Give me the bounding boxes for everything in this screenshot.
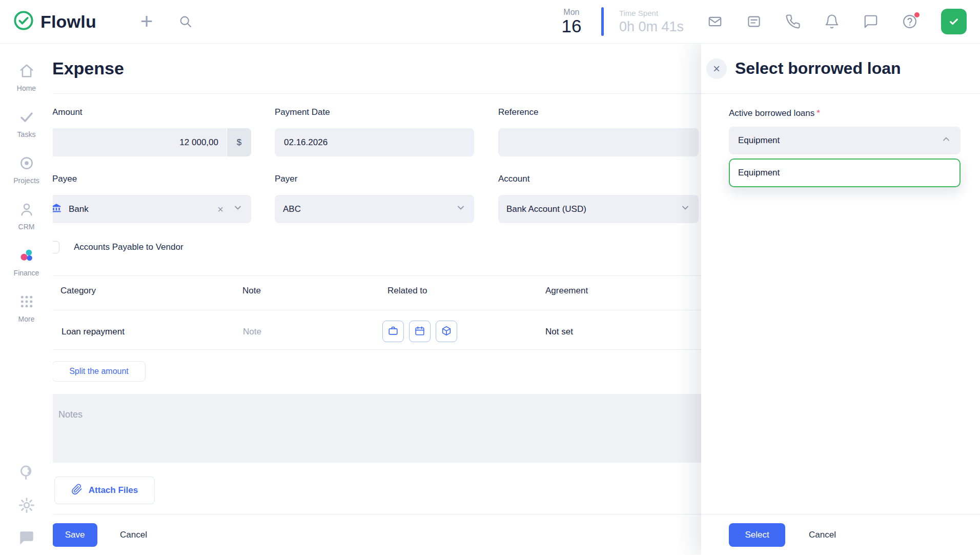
payer-label: Payer — [275, 174, 297, 184]
category-cell[interactable]: Loan repayment — [62, 327, 125, 337]
chat-icon[interactable] — [863, 14, 879, 29]
phone-icon[interactable] — [785, 14, 801, 29]
cancel-button[interactable]: Cancel — [120, 530, 147, 540]
table-row-divider — [40, 349, 711, 350]
tasks-icon — [19, 109, 34, 127]
active-borrowed-loans-label: Active borrowed loans — [729, 108, 814, 118]
calendar-date-widget[interactable]: Mon 16 — [557, 7, 586, 36]
attach-files-label: Attach Files — [89, 485, 138, 495]
amount-field: $ — [40, 128, 251, 156]
panel-title: Select borrowed loan — [735, 59, 901, 78]
mail-icon[interactable] — [707, 14, 723, 29]
panel-footer: Select Cancel — [701, 514, 980, 555]
reference-input[interactable] — [498, 128, 699, 156]
sidebar-item-finance[interactable]: Finance — [0, 248, 53, 294]
select-button[interactable]: Select — [729, 523, 785, 547]
knowledge-app-icon[interactable] — [18, 464, 35, 481]
dropdown-option-equipment[interactable]: Equipment — [729, 158, 961, 187]
payer-value: ABC — [283, 204, 301, 214]
related-event-button[interactable] — [409, 321, 431, 342]
related-project-button[interactable] — [382, 321, 404, 342]
home-icon — [19, 63, 34, 81]
payee-value: Bank — [69, 204, 89, 214]
sidebar: Home Tasks Projects CRM Finance More — [0, 44, 53, 555]
notes-textarea[interactable] — [40, 394, 711, 463]
column-header-agreement: Agreement — [545, 286, 588, 296]
attach-files-button[interactable]: Attach Files — [54, 477, 155, 504]
split-amount-button[interactable]: Split the amount — [52, 361, 146, 382]
column-header-category: Category — [60, 286, 96, 296]
page-title: Expense — [52, 58, 124, 78]
account-value: Bank Account (USD) — [506, 204, 586, 214]
brand-name: Flowlu — [40, 12, 96, 32]
select-borrowed-loan-panel: × Select borrowed loan Active borrowed l… — [701, 44, 980, 555]
topbar: Flowlu + Mon 16 Time Spent 0h 0m 41s — [0, 0, 980, 44]
notes-icon[interactable] — [746, 14, 762, 29]
reference-label: Reference — [498, 107, 538, 117]
sidebar-item-home[interactable]: Home — [0, 63, 53, 109]
expense-modal: Expense Amount Payment Date Reference $ … — [40, 44, 711, 555]
close-icon[interactable]: × — [706, 58, 727, 79]
column-header-related-to: Related to — [387, 286, 427, 296]
sidebar-item-label: Tasks — [17, 130, 36, 138]
chevron-down-icon — [680, 203, 690, 215]
accounts-payable-label: Accounts Payable to Vendor — [74, 242, 183, 252]
create-new-button[interactable]: + — [140, 11, 153, 32]
agreement-cell[interactable]: Not set — [545, 327, 573, 337]
settings-gear-icon[interactable] — [18, 497, 35, 514]
account-select[interactable]: Bank Account (USD) — [498, 195, 699, 223]
finance-icon — [19, 248, 34, 265]
payment-date-input[interactable] — [275, 128, 474, 156]
sidebar-item-more[interactable]: More — [0, 294, 53, 340]
flowlu-logo-icon — [13, 10, 34, 33]
flowlu-logo[interactable]: Flowlu — [13, 10, 96, 33]
sidebar-item-label: More — [18, 315, 35, 323]
expense-footer: Save Cancel — [40, 514, 711, 555]
more-grid-icon — [19, 294, 34, 311]
avatar[interactable] — [941, 9, 967, 34]
sidebar-item-projects[interactable]: Projects — [0, 155, 53, 202]
payee-select[interactable]: Bank × — [40, 195, 251, 223]
bell-icon[interactable] — [824, 14, 840, 29]
notes-field — [40, 394, 711, 463]
sidebar-item-label: Finance — [14, 269, 39, 277]
note-input[interactable] — [237, 321, 350, 343]
time-spent-value: 0h 0m 41s — [619, 18, 684, 35]
chat-app-icon[interactable] — [18, 529, 35, 547]
borrowed-loan-select[interactable]: Equipment — [729, 127, 961, 154]
payment-date-label: Payment Date — [275, 107, 330, 117]
paperclip-icon — [71, 484, 83, 498]
search-icon[interactable] — [178, 14, 193, 29]
sidebar-item-label: CRM — [18, 223, 35, 231]
vendor-checkbox-row: Accounts Payable to Vendor — [47, 241, 183, 253]
briefcase-icon — [387, 325, 399, 338]
save-button[interactable]: Save — [52, 523, 97, 547]
sidebar-item-crm[interactable]: CRM — [0, 202, 53, 248]
panel-cancel-button[interactable]: Cancel — [809, 530, 836, 540]
account-label: Account — [498, 174, 529, 184]
amount-label: Amount — [52, 107, 83, 117]
clear-payee-icon[interactable]: × — [217, 204, 223, 214]
calendar-icon — [414, 325, 425, 338]
sidebar-item-label: Home — [17, 84, 36, 92]
related-to-cell — [382, 321, 457, 342]
chevron-up-icon — [941, 134, 951, 147]
amount-input[interactable] — [40, 128, 227, 156]
chevron-down-icon — [233, 203, 243, 215]
required-asterisk: * — [816, 108, 820, 118]
time-spent-label: Time Spent — [619, 8, 684, 18]
sidebar-item-label: Projects — [13, 176, 39, 185]
currency-suffix: $ — [227, 128, 251, 156]
time-spent-widget[interactable]: Time Spent 0h 0m 41s — [619, 8, 684, 35]
help-icon[interactable] — [902, 14, 917, 29]
notification-dot — [914, 12, 920, 17]
topbar-divider — [601, 7, 604, 36]
borrowed-loan-selected-value: Equipment — [738, 135, 780, 146]
sidebar-item-tasks[interactable]: Tasks — [0, 109, 53, 155]
payer-select[interactable]: ABC — [275, 195, 474, 223]
panel-header: × Select borrowed loan — [701, 44, 980, 94]
cube-icon — [441, 325, 452, 338]
expense-header: Expense — [40, 44, 711, 94]
related-product-button[interactable] — [436, 321, 457, 342]
crm-icon — [19, 202, 34, 219]
